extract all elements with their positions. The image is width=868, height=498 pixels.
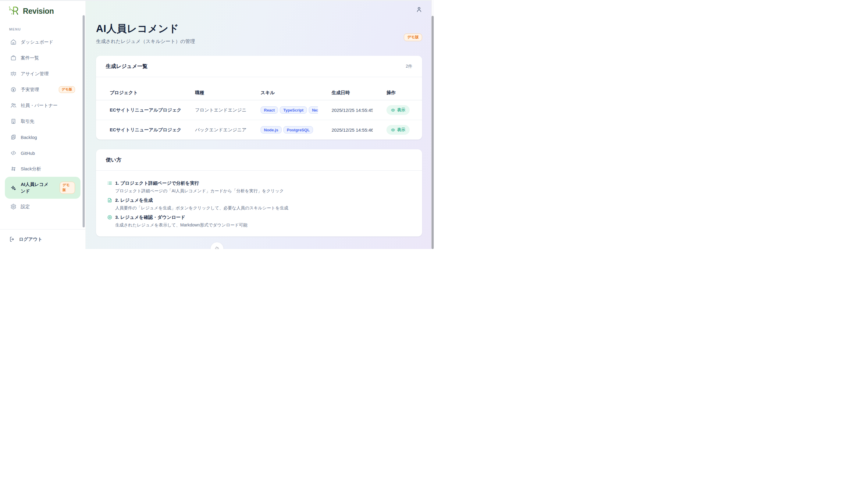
sidebar-item-projects[interactable]: 案件一覧: [5, 50, 80, 66]
document-icon: [107, 197, 113, 203]
sidebar-footer: ログアウト: [0, 229, 86, 249]
view-button[interactable]: 表示: [386, 125, 410, 135]
sidebar-item-github[interactable]: GitHub: [5, 145, 80, 161]
resume-card-header: 生成レジュメ一覧 2件: [96, 56, 422, 77]
brand-logo: Revision: [8, 4, 86, 18]
page-header-text: AI人員レコメンド 生成されたレジュメ（スキルシート）の管理: [96, 23, 195, 45]
step-description: 人員要件の「レジュメを生成」ボタンをクリックして、必要な人員のスキルシートを生成: [115, 205, 288, 211]
slack-icon: [10, 166, 16, 172]
user-icon: [416, 6, 422, 13]
menu-section-label: MENU: [9, 27, 86, 31]
table-row: ECサイトリニューアルプロジェクト フロントエンドエンジニア ReactType…: [96, 100, 422, 120]
resume-list-card: 生成レジュメ一覧 2件 プロジェクト 職種 スキル 生成日時 操作: [96, 56, 422, 140]
card-title: 使い方: [106, 156, 121, 163]
column-header: 操作: [373, 77, 422, 100]
sidebar-item-label: 設定: [21, 204, 30, 210]
sidebar-item-slack[interactable]: Slack分析: [5, 161, 80, 177]
mountain-icon: [214, 244, 220, 249]
sidebar-item-label: 予実管理: [21, 87, 39, 93]
card-title: 生成レジュメ一覧: [106, 63, 148, 70]
sidebar-item-budget[interactable]: 予実管理 デモ版: [5, 82, 80, 97]
sidebar-item-label: Backlog: [21, 135, 37, 140]
sidebar-item-label: アサイン管理: [21, 71, 49, 77]
sidebar-item-label: 社員・パートナー: [21, 103, 57, 108]
user-menu-button[interactable]: [416, 6, 422, 13]
logout-button[interactable]: ログアウト: [5, 234, 80, 245]
skill-badge: PostgreSQL: [284, 126, 313, 133]
step-title: 1. プロジェクト詳細ページで分析を実行: [115, 180, 284, 186]
project-cell: ECサイトリニューアルプロジェクト: [96, 120, 181, 140]
sidebar-item-assign[interactable]: アサイン管理: [5, 66, 80, 82]
sidebar-item-backlog[interactable]: Backlog: [5, 129, 80, 145]
yen-circle-icon: [10, 87, 16, 93]
demo-badge: デモ版: [59, 86, 75, 93]
sidebar-item-label: Slack分析: [21, 166, 41, 172]
usage-card: 使い方 1. プロジェクト詳細ページで分析を実行 プロジェクト詳細ページの「AI…: [96, 149, 422, 236]
demo-badge: デモ版: [60, 182, 75, 194]
page-title: AI人員レコメンド: [96, 23, 195, 35]
code-icon: [10, 150, 16, 156]
generated-at-cell: 2025/12/25 14:55:46: [318, 120, 373, 140]
app-window: Revision MENU ダッシュボード 案件一覧 アサイン管理: [0, 0, 434, 249]
step-description: 生成されたレジュメを表示して、Markdown形式でダウンロード可能: [115, 222, 248, 228]
sidebar-item-label: GitHub: [21, 150, 35, 156]
resume-count: 2件: [406, 64, 412, 69]
users-icon: [10, 102, 16, 108]
skills-cell: Node.jsPostgreSQL: [247, 120, 318, 140]
sidebar-item-members[interactable]: 社員・パートナー: [5, 97, 80, 113]
page-scrollbar[interactable]: [431, 0, 434, 249]
usage-step: 1. プロジェクト詳細ページで分析を実行 プロジェクト詳細ページの「AI人員レコ…: [107, 180, 412, 194]
table-header-row: プロジェクト 職種 スキル 生成日時 操作: [96, 77, 422, 100]
numbered-list-icon: [107, 181, 113, 186]
view-button[interactable]: 表示: [386, 105, 410, 115]
sidebar-item-dashboard[interactable]: ダッシュボード: [5, 34, 80, 50]
sidebar-item-label: 取引先: [21, 119, 35, 124]
sparkles-icon: [10, 185, 16, 191]
window-top-edge: [0, 0, 434, 1]
action-cell: 表示: [373, 100, 422, 120]
sidebar-item-label: ダッシュボード: [21, 39, 53, 45]
column-header: 職種: [181, 77, 247, 100]
skill-badge: React: [261, 106, 278, 114]
sidebar-item-settings[interactable]: 設定: [5, 199, 80, 214]
page-scrollbar-thumb[interactable]: [432, 16, 434, 249]
eye-icon: [391, 128, 395, 132]
logout-icon: [9, 236, 15, 242]
target-icon: [107, 214, 113, 220]
gear-icon: [10, 204, 16, 210]
action-cell: 表示: [373, 120, 422, 140]
project-cell: ECサイトリニューアルプロジェクト: [96, 100, 181, 120]
home-icon: [10, 39, 16, 45]
building-icon: [10, 118, 16, 124]
step-body: 3. レジュメを確認・ダウンロード 生成されたレジュメを表示して、Markdow…: [115, 214, 248, 228]
view-button-label: 表示: [397, 127, 405, 133]
briefcase-icon: [10, 55, 16, 61]
column-header: プロジェクト: [96, 77, 181, 100]
skills-cell: ReactTypeScriptNext.js: [247, 100, 318, 120]
usage-step: 3. レジュメを確認・ダウンロード 生成されたレジュメを表示して、Markdow…: [107, 214, 412, 228]
sidebar-item-clients[interactable]: 取引先: [5, 113, 80, 129]
skill-badge: Next.js: [309, 106, 318, 114]
column-header: スキル: [247, 77, 318, 100]
sidebar-scrollbar[interactable]: [83, 15, 85, 227]
logout-label: ログアウト: [19, 236, 42, 242]
column-header: 生成日時: [318, 77, 373, 100]
role-cell: バックエンドエンジニア: [181, 120, 247, 140]
step-description: プロジェクト詳細ページの「AI人員レコメンド」カードから「分析を実行」をクリック: [115, 188, 284, 194]
usage-card-header: 使い方: [96, 149, 422, 171]
eye-icon: [391, 108, 395, 113]
table-row: ECサイトリニューアルプロジェクト バックエンドエンジニア Node.jsPos…: [96, 120, 422, 140]
demo-badge: デモ版: [404, 34, 422, 41]
usage-steps: 1. プロジェクト詳細ページで分析を実行 プロジェクト詳細ページの「AI人員レコ…: [96, 171, 422, 236]
sidebar-spacer: [0, 214, 86, 229]
skill-badge: Node.js: [261, 126, 281, 133]
step-body: 1. プロジェクト詳細ページで分析を実行 プロジェクト詳細ページの「AI人員レコ…: [115, 180, 284, 194]
content-column: AI人員レコメンド 生成されたレジュメ（スキルシート）の管理 デモ版 生成レジュ…: [96, 0, 422, 236]
sidebar: Revision MENU ダッシュボード 案件一覧 アサイン管理: [0, 0, 86, 249]
page-header: AI人員レコメンド 生成されたレジュメ（スキルシート）の管理 デモ版: [96, 0, 422, 45]
generated-at-cell: 2025/12/25 14:55:45: [318, 100, 373, 120]
users-group-icon: [10, 71, 16, 77]
skill-badge: TypeScript: [280, 106, 306, 114]
sidebar-item-ai-recommend[interactable]: AI人員レコメンド デモ版: [5, 177, 80, 199]
step-body: 2. レジュメを生成 人員要件の「レジュメを生成」ボタンをクリックして、必要な人…: [115, 197, 288, 211]
